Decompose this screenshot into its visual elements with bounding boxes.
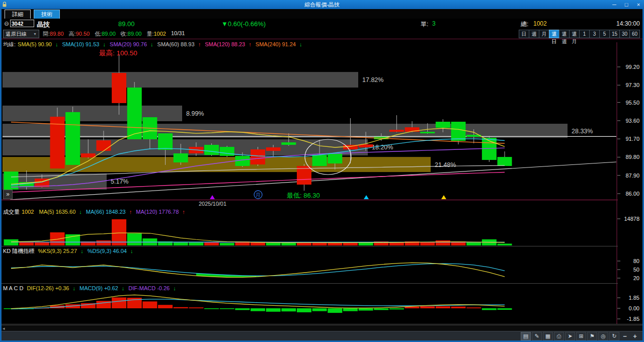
macd-axis-label: -1.85	[627, 316, 639, 322]
eye-icon[interactable]: ◎	[598, 332, 608, 340]
candle-body	[158, 133, 173, 150]
legend-item: DIF-MACD -0.26 ↓	[128, 285, 178, 291]
macd-hist-bar	[389, 308, 404, 309]
macd-hist-bar	[466, 307, 481, 308]
kd-axis-label: 80	[633, 258, 639, 264]
volume-bar	[204, 242, 219, 245]
report-icon[interactable]: ▤	[521, 332, 531, 340]
volume-bar	[96, 240, 111, 245]
macd-hist-bar	[359, 308, 373, 311]
low-price-label: 最低: 86.30	[287, 191, 320, 200]
volume-bar	[251, 242, 265, 245]
candle-body	[281, 142, 296, 145]
volume-bar	[466, 242, 481, 245]
candle-body	[497, 157, 512, 166]
candle-body	[251, 149, 265, 164]
volume-bar	[497, 243, 512, 245]
macd-hist-bar	[420, 306, 435, 308]
macd-hist-bar	[451, 307, 466, 308]
macd-hist-bar	[189, 307, 203, 308]
refresh-icon[interactable]: ↻	[609, 332, 619, 340]
axis-tick-label: 87.90	[625, 173, 639, 179]
macd-hist-bar	[251, 308, 265, 311]
box-percent-label: 18.20%	[372, 144, 393, 151]
window-border-left	[0, 9, 2, 342]
volume-bar	[112, 219, 126, 245]
axis-tick-label: 97.30	[625, 82, 639, 88]
macd-legend: M A C D DIF(12-26) +0.36 ↓MACD(9) +0.62 …	[3, 285, 180, 292]
volume-bar	[281, 243, 296, 245]
kd-k-line	[11, 263, 505, 277]
legend-item: MA(66) 1848.23 ↑	[86, 209, 134, 215]
kd-legend: KD 隨機指標 %KS(9,3) 25.27 ↓%DS(9,3) 46.04 ↓	[3, 247, 137, 254]
legend-item: SMA(60) 88.93 ↑	[157, 41, 203, 47]
macd-axis-label: 0.00	[629, 305, 639, 311]
main-chart-legend: 均線:SMA(5) 90.90 ↓SMA(10) 91.53 ↓SMA(20) …	[3, 41, 306, 47]
macd-hist-bar	[281, 308, 296, 311]
macd-hist-bar	[328, 308, 342, 313]
kd-axis-label: 50	[633, 267, 639, 273]
volume-bar	[266, 243, 281, 245]
macd-hist-bar	[235, 308, 250, 310]
candle-body	[204, 145, 219, 155]
box-percent-label: 21.48%	[435, 161, 456, 168]
candle-body	[328, 153, 342, 163]
consolidation-box	[3, 72, 358, 88]
triangle-marker	[441, 195, 446, 199]
macd-hist-bar	[158, 305, 173, 308]
candle-body	[65, 112, 80, 165]
legend-item: %KS(9,3) 25.27 ↓	[38, 248, 85, 254]
macd-hist-bar	[482, 308, 497, 310]
legend-item: SMA(10) 91.53 ↓	[62, 41, 108, 47]
legend-item: MACD(9) +0.62 ↓	[79, 285, 126, 291]
macd-hist-bar	[297, 308, 311, 312]
axis-tick-label: 99.20	[625, 64, 639, 70]
draw-icon[interactable]: ✎	[532, 332, 542, 340]
legend-item: SMA(120) 88.23 ↑	[205, 41, 254, 47]
print-icon[interactable]: ⎙	[554, 332, 564, 340]
macd-hist-bar	[343, 308, 358, 311]
layout-grid-icon[interactable]: ⊞	[576, 332, 586, 340]
axis-tick-label: 95.50	[625, 100, 639, 106]
macd-hist-bar	[204, 308, 219, 309]
legend-item: MA(5) 1635.60 ↓	[39, 209, 84, 215]
candle-body	[451, 122, 466, 141]
candle-body	[220, 147, 234, 156]
macd-hist-bar	[436, 306, 450, 308]
macd-hist-bar	[174, 307, 188, 308]
volume-legend: 成交量1002MA(5) 1635.60 ↓MA(66) 1848.23 ↑MA…	[3, 208, 189, 215]
legend-item: SMA(5) 90.90 ↓	[18, 41, 60, 47]
date-axis-label: 2025/10/01	[199, 201, 226, 207]
axis-tick-label: 91.70	[625, 136, 639, 142]
volume-bar	[35, 242, 49, 245]
table-search-icon[interactable]: ▦	[543, 332, 553, 340]
zoom-in-icon[interactable]: +	[630, 332, 639, 340]
triangle-marker	[364, 195, 369, 199]
volume-bar	[127, 233, 142, 245]
candle-body	[266, 147, 281, 151]
legend-item: SMA(20) 90.76 ↓	[110, 41, 155, 47]
macd-axis-label: 1.85	[629, 295, 639, 301]
consolidation-box	[3, 124, 568, 138]
cursor-icon[interactable]: ➤	[565, 332, 575, 340]
candle-body	[436, 122, 450, 128]
candle-body	[389, 130, 404, 132]
legend-item: MA(120) 1776.78 ↑	[136, 209, 187, 215]
lock-icon	[2, 2, 7, 8]
macd-hist-bar	[312, 308, 327, 311]
volume-bar	[436, 240, 450, 245]
legend-item: %DS(9,3) 46.04 ↓	[88, 248, 135, 254]
indicator-flag-icon[interactable]: ⚑	[587, 332, 597, 340]
axis-tick-label: 93.60	[625, 118, 639, 124]
macd-hist-bar	[220, 308, 234, 309]
expand-pane-button[interactable]: »	[3, 190, 13, 199]
kd-axis-label: 20	[633, 275, 639, 281]
macd-hist-bar	[374, 308, 388, 310]
macd-hist-bar	[497, 308, 512, 310]
volume-bar	[328, 243, 342, 245]
macd-hist-bar	[266, 308, 281, 312]
month-marker-text: 月	[256, 192, 261, 198]
candle-body	[127, 88, 142, 139]
zoom-out-icon[interactable]: −	[620, 332, 629, 340]
box-percent-label: 28.33%	[572, 128, 593, 135]
